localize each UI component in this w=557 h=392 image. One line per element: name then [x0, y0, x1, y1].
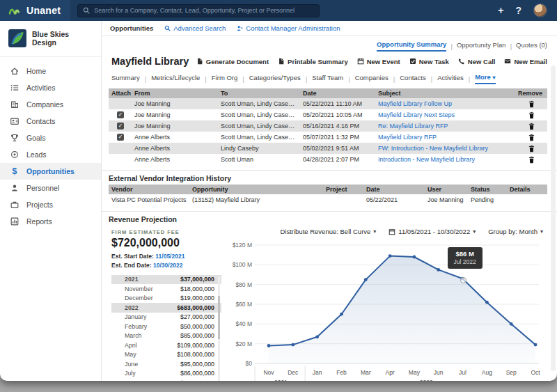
add-new-button[interactable]: + [498, 6, 503, 15]
sidebar-item-activities[interactable]: Activities [0, 79, 101, 96]
email-subject-link[interactable]: Introduction - New Mayfield Library [378, 156, 475, 163]
tab-metrics-lifecycle[interactable]: Metrics/Lifecycle [151, 74, 200, 84]
sidebar-item-personnel[interactable]: Personnel [0, 180, 101, 196]
trash-icon[interactable] [518, 111, 544, 119]
distribute-revenue-dropdown[interactable]: Distribute Revenue: Bell Curve ▾ [280, 228, 376, 235]
tab-summary[interactable]: Summary [111, 74, 140, 84]
contact-admin-link[interactable]: Contact Manager Administration [237, 24, 340, 32]
org-logo-icon [8, 29, 26, 47]
email-date: 05/16/2021 4:16 PM [300, 120, 375, 132]
trash-icon[interactable] [518, 134, 544, 141]
month-scrollbar-thumb[interactable] [218, 296, 220, 339]
global-search-input[interactable] [94, 7, 314, 14]
sidebar-item-leads[interactable]: Leads [0, 146, 101, 163]
email-subject-link[interactable]: Re: Mayfield Library RFP [378, 123, 448, 130]
task-icon [409, 58, 416, 65]
column-header-remove: Remove [515, 88, 547, 98]
svg-text:Nov: Nov [263, 369, 274, 376]
breadcrumb: Opportunities Advanced Search Contact Ma… [102, 21, 557, 36]
email-from: Anne Alberts [132, 154, 218, 165]
tab-firm-org[interactable]: Firm Org [212, 74, 237, 84]
sidebar-item-opportunities[interactable]: $Opportunities [0, 163, 101, 180]
attach-checkbox[interactable]: ✓ [117, 134, 124, 141]
month-row: November$18,000,000 [111, 284, 221, 294]
date-range-label: 11/05/2021 - 10/30/2022 [398, 228, 470, 235]
month-row: July$86,000,000 [111, 369, 221, 379]
sidebar-item-projects[interactable]: Projects [0, 196, 101, 213]
tab-contacts[interactable]: Contacts [400, 74, 426, 84]
vendor-history-title: External Vendor Integration History [109, 174, 547, 182]
view-nav-opportunity-plan[interactable]: Opportunity Plan [457, 41, 506, 51]
content-scrollbar[interactable] [551, 65, 556, 371]
tab-more[interactable]: More ▾ [475, 73, 495, 84]
est-end-value[interactable]: 10/30/2022 [153, 262, 183, 269]
new-email-button[interactable]: New Email [504, 58, 547, 65]
tab-activities[interactable]: Activities [437, 74, 463, 84]
trash-icon[interactable] [518, 156, 544, 164]
view-nav-opportunity-summary[interactable]: Opportunity Summary [377, 40, 446, 52]
new-task-button[interactable]: New Task [409, 58, 449, 65]
mouse-cursor [460, 277, 466, 283]
column-header-to: To [218, 88, 300, 98]
view-nav-quotes-0-[interactable]: Quotes (0) [516, 41, 547, 51]
est-start-label: Est. Start Date: [111, 253, 154, 260]
new-call-button[interactable]: New Call [458, 58, 496, 65]
personnel-icon [10, 183, 19, 193]
sidebar-item-goals[interactable]: Goals [0, 130, 101, 146]
separator: | [145, 75, 146, 83]
tab-companies[interactable]: Companies [355, 74, 389, 84]
tab-label: Companies [355, 74, 389, 81]
email-subject-link[interactable]: Mayfield Library Follow Up [378, 100, 452, 107]
email-row: Anne AlbertsScott Uman04/28/2021 2:07 PM… [109, 154, 547, 165]
sidebar-item-companies[interactable]: Companies [0, 96, 101, 113]
month-label: July [111, 370, 136, 377]
revenue-chart-svg[interactable]: $0$20 M$40 M$60 M$80 M$100 M$120 MNovDec… [228, 238, 543, 381]
month-value: $62,000,000 [180, 379, 221, 381]
help-button[interactable]: ? [515, 6, 521, 15]
sidebar-item-contacts[interactable]: Contacts [0, 113, 101, 130]
generate-document-button[interactable]: Generate Document [196, 58, 269, 65]
org-header[interactable]: Blue Skies Design [0, 21, 101, 57]
chevron-down-icon: ▾ [493, 75, 496, 81]
new-event-button[interactable]: New Event [357, 58, 400, 65]
email-subject-link[interactable]: Mayfield Library RFP [378, 134, 437, 141]
unanet-logo[interactable]: Unanet [0, 0, 70, 21]
svg-text:Feb: Feb [336, 369, 347, 376]
group-by-dropdown[interactable]: Group by: Month ▾ [488, 228, 543, 235]
year-row-2021[interactable]: 2021$37,000,000 [111, 275, 221, 285]
email-date: 05/02/2021 9:51 AM [300, 143, 375, 154]
svg-text:$40 M: $40 M [235, 320, 252, 327]
revenue-chart[interactable]: $0$20 M$40 M$60 M$80 M$100 M$120 MNovDec… [228, 238, 543, 381]
tab-label: Activities [437, 74, 463, 81]
user-avatar[interactable] [533, 3, 547, 17]
action-bar: Generate DocumentPrintable SummaryNew Ev… [196, 58, 547, 65]
column-header-project: Project [323, 185, 363, 194]
global-search[interactable] [77, 4, 320, 17]
trash-icon[interactable] [518, 123, 544, 130]
svg-text:Aug: Aug [482, 369, 492, 376]
email-date: 04/28/2021 2:07 PM [300, 154, 375, 165]
month-label: January [111, 313, 146, 320]
tooltip-value: $86 M [454, 250, 476, 258]
email-subject-link[interactable]: FW: Introduction - New Mayfield Library [378, 145, 488, 152]
est-start-value[interactable]: 11/05/2021 [155, 253, 185, 260]
year-row-2022[interactable]: 2022$683,000,000 [111, 303, 221, 313]
attach-checkbox[interactable]: ✓ [117, 123, 124, 130]
advanced-search-link[interactable]: Advanced Search [164, 24, 226, 32]
attach-checkbox[interactable]: ✓ [117, 111, 124, 118]
tab-staff-team[interactable]: Staff Team [312, 74, 343, 84]
companies-icon [10, 100, 19, 109]
email-subject-link[interactable]: Mayfield Library Next Steps [378, 111, 455, 118]
sidebar-item-reports[interactable]: Reports [0, 213, 101, 230]
content-area: Opportunities Advanced Search Contact Ma… [102, 21, 557, 381]
group-by-label: Group by: Month [488, 228, 538, 235]
tab-label: Summary [111, 74, 140, 81]
tab-categories-types[interactable]: Categories/Types [249, 74, 301, 84]
month-list[interactable]: 2021$37,000,000November$18,000,000Decemb… [111, 275, 221, 382]
sidebar-item-home[interactable]: Home [0, 63, 101, 79]
date-range-dropdown[interactable]: 11/05/2021 - 10/30/2022 ▾ [389, 228, 476, 235]
printable-summary-button[interactable]: Printable Summary [278, 58, 348, 65]
trash-icon[interactable] [518, 145, 544, 152]
trash-icon[interactable] [518, 100, 544, 108]
sidebar-item-label: Reports [26, 217, 52, 226]
